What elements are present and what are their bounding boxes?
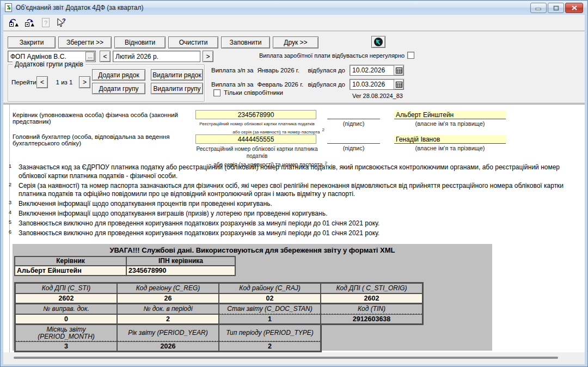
footnote-5: 5Заповнюється виключно для проведення ко… (9, 219, 580, 228)
table-header-cell: Код ДПІ ( C_STI_ORIG) (321, 283, 422, 293)
print-button[interactable]: Друк >> (273, 36, 318, 48)
signer1-name-label: (власне ім'я та прізвище) (394, 120, 506, 127)
payment-row-2: Виплата з/п за Февраль 2026 г. відбулася… (211, 81, 345, 88)
footnote-2: 2Серія (за наявності) та номер паспорта … (9, 182, 580, 199)
table-header-cell: № док. в періоді (117, 304, 219, 314)
maximize-button[interactable] (548, 3, 564, 13)
only-employees-checkbox[interactable] (213, 89, 220, 96)
redo-record-icon[interactable] (24, 17, 36, 29)
service-table-period: Місяць звіту (PERIOD_MONTH) Рік звіту (P… (14, 323, 322, 352)
table-value-cell: 3 (15, 341, 117, 351)
service-table-codes: Код ДПІ (C_STI) Код регіону (C_REG) Код … (14, 282, 424, 304)
table-header-cell: Код району (C_RAJ) (219, 283, 321, 293)
signer2-signature-line (327, 143, 380, 144)
table-value-cell: 1 (219, 314, 321, 324)
payment2-prefix: Виплата з/п за (211, 81, 253, 88)
signer2-role: Головний бухгалтер (особа, відповідальна… (13, 133, 187, 146)
company-browse-button[interactable]: ... (85, 52, 95, 61)
signer1-hints: Реєстраційний номер облікової картки пла… (188, 121, 326, 135)
group-prev-button[interactable]: < (36, 76, 48, 88)
payment2-date-field[interactable]: 10.03.2026 (350, 79, 404, 90)
payment2-date-value: 10.03.2026 (350, 81, 394, 88)
footnotes: 1Зазначається код за ЄДРПОУ платника под… (9, 163, 580, 239)
payment2-calendar-button[interactable] (394, 79, 403, 89)
table-value-cell: 2026 (117, 341, 219, 351)
period-next-button[interactable]: > (203, 51, 213, 62)
horizontal-scrollbar[interactable] (14, 357, 558, 359)
fill-button[interactable]: Заповнити (221, 36, 270, 48)
footnote-6: 6Заповнюється виключно для проведення ко… (9, 229, 580, 238)
clear-button[interactable]: Очистити (168, 36, 218, 48)
payment2-month: Февраль 2026 г. (257, 81, 303, 88)
payment1-prefix: Виплата з/п за (211, 67, 253, 74)
table-header-cell: Стан звіту (C_DOC_STAN) (219, 304, 321, 314)
toolbar: ? ? (3, 15, 585, 31)
minimize-button[interactable] (530, 3, 547, 13)
signer2-tax-number-field[interactable]: 4444455555 (195, 134, 316, 144)
signer1-signature-line (327, 119, 380, 119)
close-button[interactable]: Закрити (8, 36, 56, 48)
footnote-1: 1Зазначається код за ЄДРПОУ платника под… (9, 163, 580, 180)
payment1-calendar-button[interactable] (394, 65, 403, 75)
signer1-tax-number-field[interactable]: 2345678990 (195, 110, 316, 119)
add-row-button[interactable]: Додати рядок (92, 69, 145, 81)
table-value-cell: 2 (117, 314, 219, 324)
payment1-date-field[interactable]: 10.02.2026 (350, 65, 404, 76)
table-value-cell: 2 (219, 341, 321, 351)
signer2-name-field[interactable]: Генадій Іванов (394, 135, 506, 144)
table-value-cell: 26 (117, 293, 219, 303)
payment1-date-value: 10.02.2026 (350, 66, 394, 74)
app-window: Σ Об'єднаний звіт Додаток 4ДФ (за кварта… (0, 0, 588, 367)
restore-button[interactable]: Відновити (114, 36, 166, 48)
table-header-cell: Тип періоду (PERIOD_TYPE) (219, 325, 321, 341)
signer1-hint2: або серія (за наявності) та номер паспор… (188, 127, 326, 135)
period-value: Лютий 2026 р. (115, 53, 158, 60)
footnote-4: 4Виключення інформації щодо оподаткуванн… (9, 210, 580, 218)
table-header-cell: Код (TIN) (321, 304, 422, 314)
group-next-button[interactable]: > (79, 76, 90, 88)
table-value-cell: Альберт Ейнштейн (15, 266, 126, 276)
table-value-cell: 2602 (321, 293, 422, 303)
signer1-signature-label: (підпис) (327, 120, 380, 127)
period-field[interactable]: Лютий 2026 р. (113, 51, 200, 62)
version-label: Ver 28.08.2024_83 (352, 93, 403, 99)
svg-text:?: ? (44, 19, 47, 26)
table-header-cell: ІПН керівника (126, 256, 235, 266)
context-help-icon[interactable]: ? (56, 17, 68, 29)
add-group-button[interactable]: Додати групу (92, 83, 145, 94)
company-value: ФОП Адмінов В.С. (10, 53, 85, 60)
go-button[interactable] (371, 36, 385, 48)
document-area: Керівник (уповноважена особа) фізична ос… (3, 104, 585, 352)
table-value-cell: 2912603638 (321, 314, 422, 324)
signer1-role: Керівник (уповноважена особа) фізична ос… (13, 112, 195, 125)
signer2-signature-label: (підпис) (327, 145, 380, 151)
table-header-cell: Місяць звіту (PERIOD_MONTH) (15, 325, 117, 341)
close-window-button[interactable] (565, 3, 583, 13)
period-prev-button[interactable]: < (100, 51, 111, 62)
control-panel: Закрити Зберегти >> Відновити Очистити З… (3, 32, 585, 104)
footnote-ref-2: 2 (322, 127, 324, 132)
irregular-payment-checkbox[interactable] (407, 52, 414, 59)
payment2-suffix: відбулася до (308, 81, 345, 88)
signer1-hint1: Реєстраційний номер облікової картки пла… (188, 121, 326, 127)
irregular-payment-label: Виплата заробітної плати відбувається не… (259, 52, 404, 59)
table-header-cell: Код ДПІ (C_STI) (15, 283, 117, 293)
payment1-suffix: відбулася до (308, 67, 345, 74)
table-value-cell: 2602 (15, 293, 117, 303)
footnote-3: 3Виключення інформації щодо оподаткуванн… (9, 200, 580, 209)
calendar-icon (396, 82, 402, 88)
signer1-name-field[interactable]: Альберт Ейнштейн (394, 111, 506, 119)
delete-group-button[interactable]: Видалити групу (151, 83, 203, 94)
table-header-cell: № виправ. док. (15, 304, 117, 314)
delete-row-button[interactable]: Видалити рядок (151, 69, 203, 81)
row-groups-box: Додаткові групи рядків Перейти < 1 из 1 … (8, 64, 205, 102)
svg-text:?: ? (62, 17, 66, 24)
table-header-cell: Рік звіту (PERIOD_YEAR) (117, 325, 219, 341)
service-table-manager: Керівник ІПН керівника Альберт Ейнштейн … (14, 256, 236, 276)
action-buttons: Закрити Зберегти >> Відновити Очистити З… (8, 36, 318, 48)
undo-record-icon[interactable] (8, 17, 20, 29)
table-header-cell: Код регіону (C_REG) (117, 283, 219, 293)
bottom-scroll-area (3, 352, 585, 364)
save-button[interactable]: Зберегти >> (58, 36, 112, 48)
only-employees-label: Тільки співробітники (224, 89, 283, 96)
